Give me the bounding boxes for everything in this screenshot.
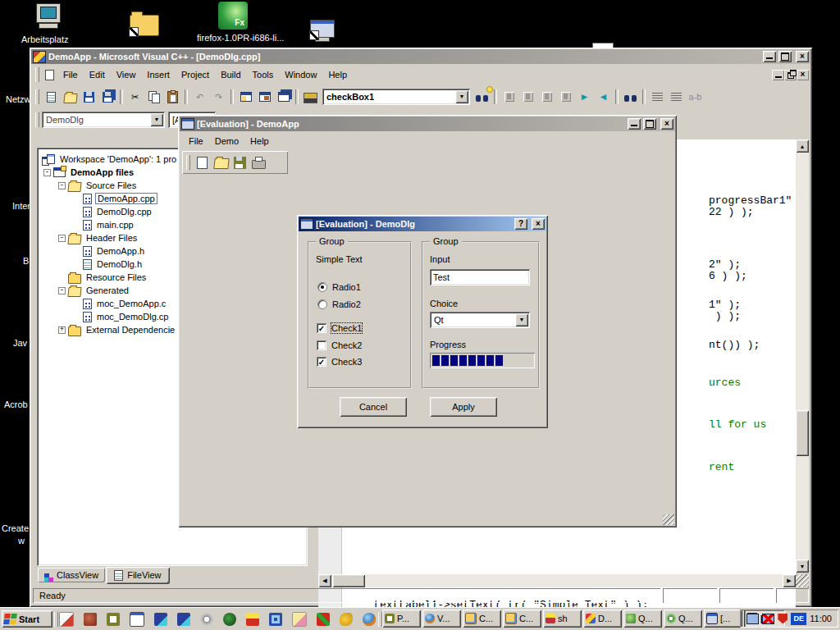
demoapp-titlebar[interactable]: [Evaluation] - DemoApp ×	[180, 116, 675, 131]
outdent-icon[interactable]	[667, 89, 686, 105]
quicklaunch-pinwheel-icon[interactable]	[317, 613, 330, 626]
desktop-label-java[interactable]: Jav	[13, 338, 30, 348]
menu-help[interactable]: Help	[322, 67, 353, 82]
window-list-icon[interactable]	[274, 89, 293, 105]
tray-language-indicator[interactable]: DE	[791, 613, 806, 625]
task-button-5[interactable]: sh	[543, 609, 582, 628]
help-button[interactable]: ?	[514, 218, 527, 230]
menu-build[interactable]: Build	[215, 67, 246, 82]
wizardbar-member-combo[interactable]: checkBox1 ▼	[322, 89, 470, 105]
toolbar-grip[interactable]	[35, 89, 39, 104]
open-file-icon[interactable]	[212, 154, 231, 171]
new-file-icon[interactable]	[193, 154, 212, 171]
replace-ab-icon[interactable]: a-b	[686, 89, 705, 105]
hscrollbar-thumb[interactable]	[332, 574, 365, 587]
checkbox-check1[interactable]: ✓ Check1	[317, 323, 362, 333]
quicklaunch-fish-icon[interactable]	[340, 613, 353, 626]
mdi-close-button[interactable]: ×	[797, 70, 809, 80]
close-button[interactable]: ×	[796, 51, 809, 62]
close-button[interactable]: ×	[660, 118, 673, 130]
resize-grip[interactable]	[796, 574, 809, 587]
task-button-3[interactable]: C...	[463, 609, 501, 628]
menu-insert[interactable]: Insert	[141, 67, 176, 82]
menu-project[interactable]: Project	[176, 67, 215, 82]
task-button-4[interactable]: C...	[503, 609, 541, 628]
quicklaunch-clock-app-icon[interactable]	[107, 613, 120, 626]
undo-icon[interactable]: ↶	[190, 89, 209, 105]
paste-icon[interactable]	[163, 89, 182, 105]
menubar-grip[interactable]	[35, 67, 39, 82]
task-button-2[interactable]: V...	[422, 609, 461, 628]
collapse-icon[interactable]: -	[58, 235, 66, 242]
quicklaunch-blue-people2-icon[interactable]	[177, 613, 190, 626]
collapse-icon[interactable]: -	[58, 287, 66, 294]
minimize-button[interactable]	[763, 51, 776, 62]
desktop-label-netzwerk[interactable]: Netzw	[6, 94, 30, 104]
apply-button[interactable]: Apply	[430, 397, 497, 417]
checkbox-check2[interactable]: Check2	[317, 340, 362, 350]
checkbox-checked-icon[interactable]: ✓	[317, 323, 326, 333]
save-icon[interactable]	[231, 154, 249, 171]
scroll-left-icon[interactable]: ◀	[318, 574, 331, 587]
menu-file[interactable]: File	[57, 67, 84, 82]
class-combo[interactable]: DemoDlg ▼	[42, 112, 165, 128]
desktop-label-b[interactable]: B	[23, 256, 30, 266]
desktop-label-acrobat[interactable]: Acrob	[4, 399, 30, 409]
mdi-minimize-button[interactable]	[772, 70, 784, 80]
scroll-right-icon[interactable]: ▶	[783, 574, 796, 587]
wizard-action-icon[interactable]	[472, 89, 491, 105]
editor-vscrollbar[interactable]: ▲ ▼	[796, 139, 809, 573]
task-button-6[interactable]: D...	[583, 609, 622, 628]
toolbar-grip[interactable]	[35, 112, 39, 127]
choice-combo[interactable]: Qt ▼	[430, 312, 530, 328]
bookmark-icon-4[interactable]	[556, 89, 575, 105]
wizardbar-icon[interactable]	[301, 89, 320, 105]
toolbar-grip[interactable]	[186, 155, 190, 170]
find-in-files-icon[interactable]	[621, 89, 640, 105]
tray-clock[interactable]: 11:00	[810, 614, 832, 623]
checkbox-unchecked-icon[interactable]	[317, 340, 326, 350]
menu-demo[interactable]: Demo	[209, 134, 244, 148]
desktop-icon-computer[interactable]	[33, 3, 62, 30]
checkbox-checked-icon[interactable]: ✓	[317, 357, 326, 367]
quicklaunch-red-app-icon[interactable]	[84, 613, 97, 626]
quicklaunch-dark-globe-icon[interactable]	[223, 613, 236, 626]
taskbar-grip[interactable]	[54, 612, 58, 627]
desktop-label-internet[interactable]: Inter	[12, 201, 30, 211]
redo-icon[interactable]: ↷	[209, 89, 228, 105]
desktop-icon-firefox-label[interactable]: firefox-1.0PR-i686-li...	[197, 33, 284, 43]
task-button-7[interactable]: Q...	[623, 609, 662, 628]
quicklaunch-wizard-icon[interactable]	[246, 613, 259, 626]
desktop-icon-display[interactable]	[310, 20, 335, 39]
radio-checked-icon[interactable]	[317, 282, 327, 292]
desktop-label-create2[interactable]: w	[18, 536, 30, 546]
demodlg-titlebar[interactable]: [Evaluation] - DemoDlg ? ×	[299, 217, 546, 231]
open-file-icon[interactable]	[61, 89, 80, 105]
radio-unchecked-icon[interactable]	[317, 299, 327, 309]
bookmark-icon-2[interactable]	[518, 89, 537, 105]
resize-grip[interactable]	[663, 514, 674, 525]
bookmark-icon-3[interactable]	[537, 89, 556, 105]
bookmark-icon-1[interactable]	[500, 89, 518, 105]
quicklaunch-map-icon[interactable]	[292, 612, 307, 627]
desktop-icon-folder[interactable]	[130, 15, 159, 36]
desktop-icon-firefox-installer[interactable]: Fx	[218, 2, 248, 30]
save-all-icon[interactable]	[98, 89, 117, 105]
menu-view[interactable]: View	[111, 67, 142, 82]
combo-dropdown-icon[interactable]: ▼	[515, 313, 528, 326]
cancel-button[interactable]: Cancel	[340, 397, 407, 417]
input-field[interactable]	[430, 269, 530, 285]
radio-radio2[interactable]: Radio2	[317, 299, 361, 309]
quicklaunch-doc-pen-icon[interactable]	[59, 612, 74, 627]
combo-dropdown-icon[interactable]: ▼	[455, 90, 468, 103]
minimize-button[interactable]	[628, 118, 641, 130]
quicklaunch-terminal-icon[interactable]	[269, 613, 282, 626]
menu-help[interactable]: Help	[244, 134, 275, 148]
menu-edit[interactable]: Edit	[84, 67, 111, 82]
scroll-up-icon[interactable]: ▲	[796, 139, 809, 153]
close-button[interactable]: ×	[532, 218, 545, 230]
cut-icon[interactable]: ✂	[126, 89, 144, 105]
editor-hscrollbar[interactable]: ◀ ▶	[318, 574, 796, 587]
tray-network-icon[interactable]	[746, 614, 759, 624]
maximize-button[interactable]	[643, 118, 656, 130]
